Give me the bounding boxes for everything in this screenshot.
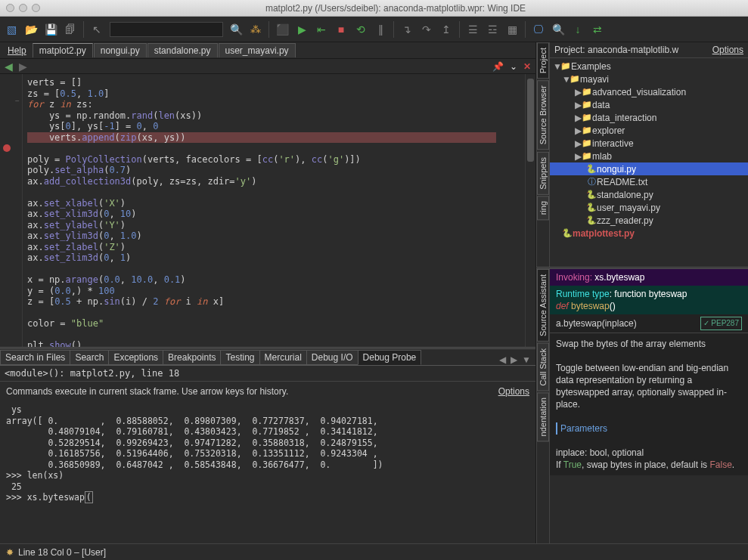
tab-debug-io[interactable]: Debug I/O <box>306 350 358 365</box>
tab-user-mayavi[interactable]: user_mayavi.py <box>219 43 296 57</box>
step-over-icon[interactable]: ↷ <box>420 23 433 36</box>
bug-icon[interactable]: ✸ <box>6 547 14 558</box>
help-link[interactable]: Help <box>2 44 33 57</box>
tree-folder[interactable]: ▶📁advanced_visualization <box>550 85 748 98</box>
cancel-icon[interactable]: ⬛ <box>275 23 289 36</box>
main-toolbar: ▧ 📂 💾 🗐 ↖ 🔍 ⁂ ⬛ ▶ ⇤ ■ ⟲ ‖ ↴ ↷ ↥ ☰ ☲ ▦ 🖵 … <box>0 17 748 42</box>
tree-file-matplottest[interactable]: 🐍matplottest.py <box>550 227 748 240</box>
nav-back-icon[interactable]: ◀ <box>5 60 13 73</box>
editor-subbar: ◀ ▶ 📌 ⌄ ✕ <box>0 59 535 74</box>
window-controls <box>6 4 40 12</box>
tab-debug-probe[interactable]: Debug Probe <box>358 350 422 365</box>
command-hint: Commands execute in current stack frame.… <box>0 382 535 401</box>
monitor-icon[interactable]: 🖵 <box>532 23 545 36</box>
tree-folder[interactable]: ▶📁interactive <box>550 137 748 150</box>
bottom-panel: Search in Files Search Exceptions Breakp… <box>0 347 535 543</box>
hint-text: Commands execute in current stack frame.… <box>6 386 288 397</box>
tab-exceptions[interactable]: Exceptions <box>108 350 163 365</box>
restart-icon[interactable]: ⟲ <box>354 23 368 36</box>
watch-icon[interactable]: ☲ <box>486 23 499 36</box>
open-file-icon[interactable]: 📂 <box>24 23 38 36</box>
menu-chevron-icon[interactable]: ⌄ <box>510 61 517 72</box>
fold-icon[interactable]: − <box>15 97 20 105</box>
tabs-scroll-right-icon[interactable]: ▶ <box>511 354 517 365</box>
sync-icon[interactable]: ⇄ <box>591 23 604 36</box>
close-tab-icon[interactable]: ✕ <box>523 61 531 72</box>
editor-scrollbar[interactable] <box>525 74 535 347</box>
vtab-source-browser[interactable]: Source Browser <box>537 80 549 150</box>
source-assistant-panel: Source Assistant Call Stack ndentation I… <box>536 269 748 543</box>
editor-column: Help matplot2.py nongui.py standalone.py… <box>0 42 536 543</box>
pep-badge: ✓ PEP287 <box>700 317 742 330</box>
tab-mercurial[interactable]: Mercurial <box>259 350 307 365</box>
stack-frame-label[interactable]: <module>(): matplot2.py, line 18 <box>0 366 535 382</box>
download-icon[interactable]: ↓ <box>571 23 585 36</box>
code-editor[interactable]: verts = [] zs = [0.5, 1.0] for z in zs: … <box>23 74 525 347</box>
save-icon[interactable]: 💾 <box>44 23 57 36</box>
search-icon[interactable]: 🔍 <box>229 23 243 36</box>
break-icon[interactable]: ▦ <box>505 23 519 36</box>
tab-nongui[interactable]: nongui.py <box>94 43 147 57</box>
right-top-vtabs: Project Source Browser Snippets ring <box>536 42 550 267</box>
vtab-ring[interactable]: ring <box>537 196 549 220</box>
pause-icon[interactable]: ‖ <box>374 23 387 36</box>
project-tree[interactable]: ▼📁Examples ▼📁mayavi ▶📁advanced_visualiza… <box>550 58 748 267</box>
step-back-icon[interactable]: ⇤ <box>315 23 328 36</box>
tab-testing[interactable]: Testing <box>220 350 259 365</box>
search-field[interactable] <box>110 22 223 37</box>
tab-search[interactable]: Search <box>70 350 109 365</box>
vtab-indentation[interactable]: ndentation <box>537 392 549 441</box>
close-window-icon[interactable] <box>6 4 14 12</box>
save-all-icon[interactable]: 🗐 <box>64 23 77 36</box>
tree-file-readme[interactable]: ⓘREADME.txt <box>550 175 748 188</box>
tabs-scroll-left-icon[interactable]: ◀ <box>499 354 506 365</box>
tree-file-usermayavi[interactable]: 🐍user_mayavi.py <box>550 201 748 214</box>
scroll-thumb[interactable] <box>527 79 534 162</box>
vtab-snippets[interactable]: Snippets <box>537 152 549 195</box>
tree-folder[interactable]: ▶📁mlab <box>550 150 748 162</box>
find-icon[interactable]: 🔍 <box>551 23 565 36</box>
assist-doc: Swap the bytes of the array elements Tog… <box>550 333 748 475</box>
tree-root[interactable]: ▼📁Examples <box>550 60 748 73</box>
project-panel: Project Source Browser Snippets ring Pro… <box>536 42 748 269</box>
tab-matplot2[interactable]: matplot2.py <box>33 43 93 57</box>
new-file-icon[interactable]: ▧ <box>5 23 18 36</box>
tabs-menu-icon[interactable]: ▼ <box>522 354 531 365</box>
tree-file-nongui[interactable]: 🐍nongui.py <box>550 162 748 175</box>
assist-invoking: Invoking: xs.byteswap <box>550 269 748 286</box>
tree-folder[interactable]: ▶📁data <box>550 98 748 111</box>
tree-file-standalone[interactable]: 🐍standalone.py <box>550 188 748 201</box>
stop-icon[interactable]: ■ <box>334 23 348 36</box>
right-column: Project Source Browser Snippets ring Pro… <box>536 42 748 543</box>
stack-icon[interactable]: ☰ <box>466 23 480 36</box>
vtab-source-assistant[interactable]: Source Assistant <box>537 269 549 342</box>
tree-mayavi[interactable]: ▼📁mayavi <box>550 73 748 85</box>
vtab-call-stack[interactable]: Call Stack <box>537 343 549 391</box>
tab-breakpoints[interactable]: Breakpoints <box>163 350 221 365</box>
minimize-window-icon[interactable] <box>19 4 27 12</box>
gutter[interactable]: − <box>0 74 23 347</box>
tree-file-zzzreader[interactable]: 🐍zzz_reader.py <box>550 214 748 227</box>
pointer-icon[interactable]: ↖ <box>90 23 104 36</box>
nav-forward-icon[interactable]: ▶ <box>19 60 27 73</box>
assist-runtime: Runtime type: function byteswap def byte… <box>550 286 748 314</box>
source-assistant: Invoking: xs.byteswap Runtime type: func… <box>550 269 748 543</box>
editor-area: − verts = [] zs = [0.5, 1.0] for z in zs… <box>0 74 535 347</box>
run-icon[interactable]: ▶ <box>295 23 309 36</box>
project-header: Project: anaconda-matplotlib.w Options <box>550 42 748 58</box>
step-into-icon[interactable]: ↴ <box>400 23 414 36</box>
assist-signature: a.byteswap(inplace) ✓ PEP287 <box>550 314 748 333</box>
options-link[interactable]: Options <box>498 386 529 397</box>
tree-folder[interactable]: ▶📁explorer <box>550 124 748 137</box>
debug-console[interactable]: ys array([ 0. , 0.88588052, 0.89807309, … <box>0 401 535 543</box>
find-replace-icon[interactable]: ⁂ <box>249 23 262 36</box>
step-out-icon[interactable]: ↥ <box>439 23 453 36</box>
tree-folder[interactable]: ▶📁data_interaction <box>550 111 748 124</box>
zoom-window-icon[interactable] <box>32 4 40 12</box>
tab-standalone[interactable]: standalone.py <box>147 43 218 57</box>
project-options-link[interactable]: Options <box>712 45 743 55</box>
pin-icon[interactable]: 📌 <box>492 61 504 72</box>
tab-search-files[interactable]: Search in Files <box>0 350 70 365</box>
vtab-project[interactable]: Project <box>537 42 549 79</box>
breakpoint-marker[interactable] <box>3 144 11 152</box>
